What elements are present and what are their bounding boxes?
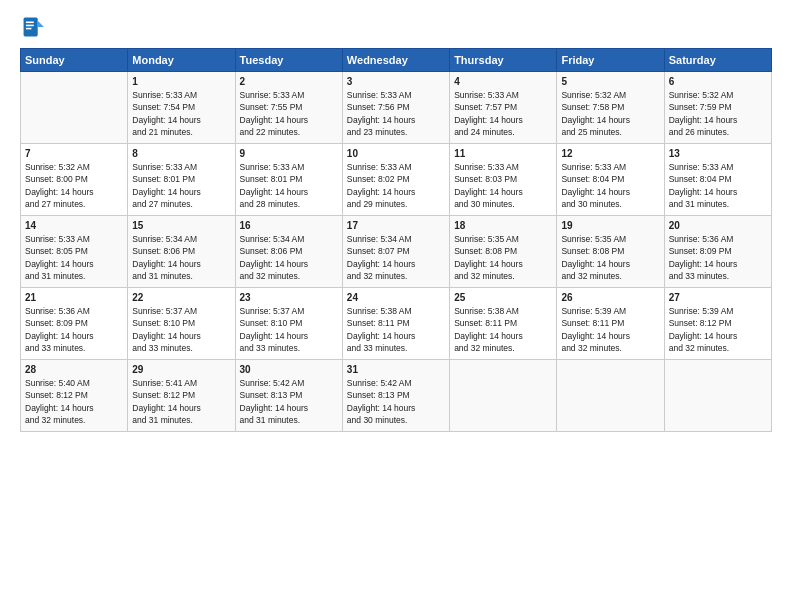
calendar-cell: 19Sunrise: 5:35 AM Sunset: 8:08 PM Dayli… <box>557 216 664 288</box>
day-info: Sunrise: 5:36 AM Sunset: 8:09 PM Dayligh… <box>669 233 767 282</box>
day-number: 22 <box>132 292 230 303</box>
day-info: Sunrise: 5:33 AM Sunset: 8:03 PM Dayligh… <box>454 161 552 210</box>
day-number: 10 <box>347 148 445 159</box>
svg-rect-4 <box>26 28 32 30</box>
day-info: Sunrise: 5:33 AM Sunset: 8:05 PM Dayligh… <box>25 233 123 282</box>
day-info: Sunrise: 5:38 AM Sunset: 8:11 PM Dayligh… <box>454 305 552 354</box>
day-info: Sunrise: 5:34 AM Sunset: 8:06 PM Dayligh… <box>240 233 338 282</box>
day-number: 6 <box>669 76 767 87</box>
calendar-cell: 29Sunrise: 5:41 AM Sunset: 8:12 PM Dayli… <box>128 360 235 432</box>
day-number: 24 <box>347 292 445 303</box>
page: SundayMondayTuesdayWednesdayThursdayFrid… <box>0 0 792 612</box>
calendar-cell: 1Sunrise: 5:33 AM Sunset: 7:54 PM Daylig… <box>128 72 235 144</box>
day-info: Sunrise: 5:35 AM Sunset: 8:08 PM Dayligh… <box>561 233 659 282</box>
calendar-body: 1Sunrise: 5:33 AM Sunset: 7:54 PM Daylig… <box>21 72 772 432</box>
calendar-cell: 24Sunrise: 5:38 AM Sunset: 8:11 PM Dayli… <box>342 288 449 360</box>
day-info: Sunrise: 5:33 AM Sunset: 8:04 PM Dayligh… <box>669 161 767 210</box>
svg-rect-2 <box>26 22 34 24</box>
logo-icon <box>22 16 44 38</box>
calendar-cell: 2Sunrise: 5:33 AM Sunset: 7:55 PM Daylig… <box>235 72 342 144</box>
calendar-cell: 25Sunrise: 5:38 AM Sunset: 8:11 PM Dayli… <box>450 288 557 360</box>
col-header-wednesday: Wednesday <box>342 49 449 72</box>
day-number: 15 <box>132 220 230 231</box>
calendar-cell <box>557 360 664 432</box>
calendar-cell: 22Sunrise: 5:37 AM Sunset: 8:10 PM Dayli… <box>128 288 235 360</box>
day-info: Sunrise: 5:42 AM Sunset: 8:13 PM Dayligh… <box>240 377 338 426</box>
week-row-4: 28Sunrise: 5:40 AM Sunset: 8:12 PM Dayli… <box>21 360 772 432</box>
day-info: Sunrise: 5:35 AM Sunset: 8:08 PM Dayligh… <box>454 233 552 282</box>
day-number: 16 <box>240 220 338 231</box>
day-number: 8 <box>132 148 230 159</box>
day-number: 29 <box>132 364 230 375</box>
day-info: Sunrise: 5:41 AM Sunset: 8:12 PM Dayligh… <box>132 377 230 426</box>
day-info: Sunrise: 5:33 AM Sunset: 7:57 PM Dayligh… <box>454 89 552 138</box>
week-row-0: 1Sunrise: 5:33 AM Sunset: 7:54 PM Daylig… <box>21 72 772 144</box>
calendar-cell: 30Sunrise: 5:42 AM Sunset: 8:13 PM Dayli… <box>235 360 342 432</box>
calendar-cell: 27Sunrise: 5:39 AM Sunset: 8:12 PM Dayli… <box>664 288 771 360</box>
day-number: 19 <box>561 220 659 231</box>
day-info: Sunrise: 5:33 AM Sunset: 8:04 PM Dayligh… <box>561 161 659 210</box>
day-number: 14 <box>25 220 123 231</box>
calendar-cell <box>21 72 128 144</box>
calendar-cell: 11Sunrise: 5:33 AM Sunset: 8:03 PM Dayli… <box>450 144 557 216</box>
day-number: 9 <box>240 148 338 159</box>
day-info: Sunrise: 5:33 AM Sunset: 8:02 PM Dayligh… <box>347 161 445 210</box>
calendar-cell: 26Sunrise: 5:39 AM Sunset: 8:11 PM Dayli… <box>557 288 664 360</box>
day-info: Sunrise: 5:32 AM Sunset: 8:00 PM Dayligh… <box>25 161 123 210</box>
day-number: 31 <box>347 364 445 375</box>
calendar-cell: 28Sunrise: 5:40 AM Sunset: 8:12 PM Dayli… <box>21 360 128 432</box>
calendar-cell: 14Sunrise: 5:33 AM Sunset: 8:05 PM Dayli… <box>21 216 128 288</box>
day-info: Sunrise: 5:32 AM Sunset: 7:59 PM Dayligh… <box>669 89 767 138</box>
day-info: Sunrise: 5:33 AM Sunset: 8:01 PM Dayligh… <box>132 161 230 210</box>
day-info: Sunrise: 5:32 AM Sunset: 7:58 PM Dayligh… <box>561 89 659 138</box>
day-info: Sunrise: 5:38 AM Sunset: 8:11 PM Dayligh… <box>347 305 445 354</box>
calendar-cell: 18Sunrise: 5:35 AM Sunset: 8:08 PM Dayli… <box>450 216 557 288</box>
day-info: Sunrise: 5:34 AM Sunset: 8:06 PM Dayligh… <box>132 233 230 282</box>
day-info: Sunrise: 5:39 AM Sunset: 8:11 PM Dayligh… <box>561 305 659 354</box>
day-info: Sunrise: 5:33 AM Sunset: 7:54 PM Dayligh… <box>132 89 230 138</box>
calendar-cell: 15Sunrise: 5:34 AM Sunset: 8:06 PM Dayli… <box>128 216 235 288</box>
day-number: 28 <box>25 364 123 375</box>
day-info: Sunrise: 5:40 AM Sunset: 8:12 PM Dayligh… <box>25 377 123 426</box>
col-header-sunday: Sunday <box>21 49 128 72</box>
day-number: 5 <box>561 76 659 87</box>
day-number: 30 <box>240 364 338 375</box>
svg-rect-3 <box>26 25 34 27</box>
day-number: 13 <box>669 148 767 159</box>
calendar-cell: 17Sunrise: 5:34 AM Sunset: 8:07 PM Dayli… <box>342 216 449 288</box>
day-info: Sunrise: 5:33 AM Sunset: 7:56 PM Dayligh… <box>347 89 445 138</box>
day-number: 21 <box>25 292 123 303</box>
calendar-cell: 23Sunrise: 5:37 AM Sunset: 8:10 PM Dayli… <box>235 288 342 360</box>
calendar-cell <box>450 360 557 432</box>
calendar-cell: 7Sunrise: 5:32 AM Sunset: 8:00 PM Daylig… <box>21 144 128 216</box>
day-number: 7 <box>25 148 123 159</box>
day-info: Sunrise: 5:39 AM Sunset: 8:12 PM Dayligh… <box>669 305 767 354</box>
week-row-2: 14Sunrise: 5:33 AM Sunset: 8:05 PM Dayli… <box>21 216 772 288</box>
header-row: SundayMondayTuesdayWednesdayThursdayFrid… <box>21 49 772 72</box>
calendar-header: SundayMondayTuesdayWednesdayThursdayFrid… <box>21 49 772 72</box>
day-number: 2 <box>240 76 338 87</box>
col-header-friday: Friday <box>557 49 664 72</box>
day-number: 17 <box>347 220 445 231</box>
day-info: Sunrise: 5:37 AM Sunset: 8:10 PM Dayligh… <box>132 305 230 354</box>
calendar-cell <box>664 360 771 432</box>
calendar-cell: 31Sunrise: 5:42 AM Sunset: 8:13 PM Dayli… <box>342 360 449 432</box>
calendar-cell: 9Sunrise: 5:33 AM Sunset: 8:01 PM Daylig… <box>235 144 342 216</box>
col-header-tuesday: Tuesday <box>235 49 342 72</box>
day-number: 1 <box>132 76 230 87</box>
svg-marker-1 <box>38 21 44 27</box>
calendar-cell: 21Sunrise: 5:36 AM Sunset: 8:09 PM Dayli… <box>21 288 128 360</box>
day-number: 12 <box>561 148 659 159</box>
calendar-cell: 5Sunrise: 5:32 AM Sunset: 7:58 PM Daylig… <box>557 72 664 144</box>
day-number: 27 <box>669 292 767 303</box>
calendar-cell: 20Sunrise: 5:36 AM Sunset: 8:09 PM Dayli… <box>664 216 771 288</box>
week-row-3: 21Sunrise: 5:36 AM Sunset: 8:09 PM Dayli… <box>21 288 772 360</box>
day-number: 18 <box>454 220 552 231</box>
calendar-cell: 13Sunrise: 5:33 AM Sunset: 8:04 PM Dayli… <box>664 144 771 216</box>
calendar-cell: 10Sunrise: 5:33 AM Sunset: 8:02 PM Dayli… <box>342 144 449 216</box>
calendar-cell: 12Sunrise: 5:33 AM Sunset: 8:04 PM Dayli… <box>557 144 664 216</box>
header <box>20 16 772 42</box>
day-info: Sunrise: 5:36 AM Sunset: 8:09 PM Dayligh… <box>25 305 123 354</box>
week-row-1: 7Sunrise: 5:32 AM Sunset: 8:00 PM Daylig… <box>21 144 772 216</box>
calendar-cell: 4Sunrise: 5:33 AM Sunset: 7:57 PM Daylig… <box>450 72 557 144</box>
